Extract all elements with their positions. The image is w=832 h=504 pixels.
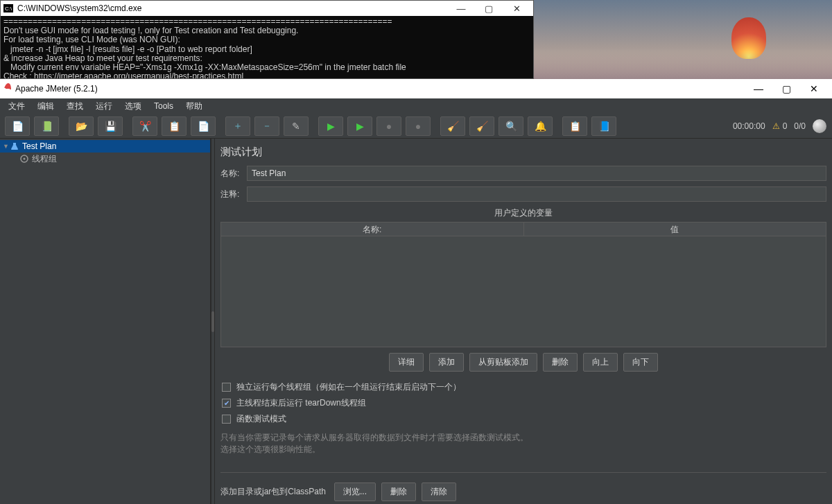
cp-clear-button[interactable]: 清除 (422, 483, 456, 501)
classpath-row: 添加目录或jar包到ClassPath 浏览... 删除 清除 (220, 483, 826, 501)
cmd-maximize-button[interactable]: ▢ (475, 1, 503, 16)
cmd-window: C:\ C:\WINDOWS\system32\cmd.exe — ▢ ✕ ==… (0, 0, 534, 79)
tree-expand-icon[interactable]: ▼ (3, 143, 10, 150)
col-header-value[interactable]: 值 (524, 223, 826, 236)
check-teardown[interactable]: 主线程结束后运行 tearDown线程组 (220, 397, 826, 409)
collapse-button[interactable]: － (254, 116, 279, 136)
jmeter-close-button[interactable]: ✕ (800, 79, 828, 98)
templates-button[interactable]: 📗 (34, 116, 59, 136)
browse-button[interactable]: 浏览... (334, 483, 376, 501)
name-input[interactable] (247, 166, 826, 181)
divider (220, 472, 826, 473)
delete-button[interactable]: 删除 (543, 353, 578, 372)
panel-title: 测试计划 (220, 146, 826, 159)
add-button[interactable]: 添加 (429, 353, 464, 372)
gear-icon (19, 154, 29, 164)
globe-icon[interactable] (813, 119, 826, 133)
toggle-button[interactable]: ✎ (284, 116, 309, 136)
checkbox-checked-icon[interactable] (222, 399, 231, 408)
open-button[interactable]: 📂 (69, 116, 94, 136)
tree-node-test-plan[interactable]: ▼ Test Plan (0, 140, 210, 153)
help-button[interactable]: 📘 (591, 116, 616, 136)
cp-delete-button[interactable]: 删除 (381, 483, 416, 501)
cmd-output: ========================================… (1, 16, 533, 78)
cmd-titlebar[interactable]: C:\ C:\WINDOWS\system32\cmd.exe — ▢ ✕ (1, 1, 533, 16)
jmeter-window: Apache JMeter (5.2.1) — ▢ ✕ 文件 编辑 查找 运行 … (0, 79, 832, 504)
warning-count: 0 (783, 121, 788, 131)
menu-search[interactable]: 查找 (61, 99, 89, 114)
start-button[interactable]: ▶ (318, 116, 343, 136)
functional-mode-hint: 只有当你需要记录每个请求从服务器取得的数据到文件时才需要选择函数测试模式。 选择… (220, 432, 826, 455)
clear-all-button[interactable]: 🧹 (469, 116, 494, 136)
tree-label-threadgroup: 线程组 (32, 153, 57, 165)
save-button[interactable]: 💾 (98, 116, 123, 136)
add-from-clipboard-button[interactable]: 从剪贴板添加 (469, 353, 537, 372)
test-plan-tree[interactable]: ▼ Test Plan 线程组 (0, 139, 211, 504)
jmeter-logo-icon (3, 82, 12, 94)
thread-ratio: 0/0 (794, 121, 806, 131)
function-helper-button[interactable]: 📋 (562, 116, 587, 136)
tree-label-root: Test Plan (22, 141, 56, 151)
elapsed-time: 00:00:00 (733, 121, 765, 131)
stop-button[interactable]: ● (376, 116, 401, 136)
expand-button[interactable]: ＋ (225, 116, 250, 136)
copy-button[interactable]: 📋 (162, 116, 187, 136)
shutdown-button[interactable]: ● (406, 116, 431, 136)
jmeter-toolbar: 📄 📗 📂 💾 ✂️ 📋 📄 ＋ － ✎ ▶ ▶ ● ● 🧹 🧹 🔍 🔔 📋 📘… (0, 114, 832, 139)
paste-button[interactable]: 📄 (191, 116, 216, 136)
check-functional-mode[interactable]: 函数测试模式 (220, 413, 826, 425)
detail-button[interactable]: 详细 (389, 353, 424, 372)
menu-file[interactable]: 文件 (3, 99, 31, 114)
clear-button[interactable]: 🧹 (440, 116, 465, 136)
jmeter-menubar: 文件 编辑 查找 运行 选项 Tools 帮助 (0, 98, 832, 114)
col-header-name[interactable]: 名称: (221, 223, 524, 236)
jmeter-minimize-button[interactable]: — (745, 79, 772, 98)
jmeter-titlebar[interactable]: Apache JMeter (5.2.1) — ▢ ✕ (0, 79, 832, 98)
down-button[interactable]: 向下 (623, 353, 658, 372)
vars-button-row: 详细 添加 从剪贴板添加 删除 向上 向下 (220, 353, 826, 372)
cmd-title: C:\WINDOWS\system32\cmd.exe (17, 3, 141, 13)
up-button[interactable]: 向上 (583, 353, 618, 372)
jmeter-title: Apache JMeter (5.2.1) (15, 84, 98, 94)
cmd-close-button[interactable]: ✕ (503, 1, 530, 16)
desktop-wallpaper (534, 0, 832, 79)
cmd-minimize-button[interactable]: — (447, 1, 475, 16)
search-button[interactable]: 🔍 (499, 116, 523, 136)
warning-icon[interactable]: ⚠ (772, 121, 780, 131)
classpath-label: 添加目录或jar包到ClassPath (220, 486, 326, 498)
cmd-icon: C:\ (3, 4, 13, 12)
comment-input[interactable] (247, 186, 826, 202)
vars-section-title: 用户定义的变量 (220, 207, 826, 219)
clouds-graphic (534, 51, 832, 79)
cut-button[interactable]: ✂️ (132, 116, 157, 136)
editor-panel: 测试计划 名称: 注释: 用户定义的变量 名称: 值 详细 添加 从剪贴板添加 (215, 139, 832, 504)
menu-options[interactable]: 选项 (119, 99, 147, 114)
menu-tools[interactable]: Tools (148, 100, 179, 112)
checkbox-icon[interactable] (222, 415, 231, 424)
menu-edit[interactable]: 编辑 (32, 99, 60, 114)
vars-table[interactable]: 名称: 值 (220, 222, 826, 347)
new-button[interactable]: 📄 (5, 116, 30, 136)
beaker-icon (10, 141, 19, 151)
check-serialize-threadgroups[interactable]: 独立运行每个线程组（例如在一个组运行结束后启动下一个） (220, 381, 826, 393)
checkbox-icon[interactable] (222, 383, 231, 392)
svg-point-1 (24, 158, 26, 160)
comment-label: 注释: (220, 189, 247, 200)
start-notimers-button[interactable]: ▶ (347, 116, 372, 136)
jmeter-maximize-button[interactable]: ▢ (772, 79, 800, 98)
menu-run[interactable]: 运行 (90, 99, 118, 114)
tree-node-thread-group[interactable]: 线程组 (0, 153, 210, 165)
name-label: 名称: (220, 168, 247, 180)
menu-help[interactable]: 帮助 (180, 99, 208, 114)
reset-search-button[interactable]: 🔔 (528, 116, 553, 136)
